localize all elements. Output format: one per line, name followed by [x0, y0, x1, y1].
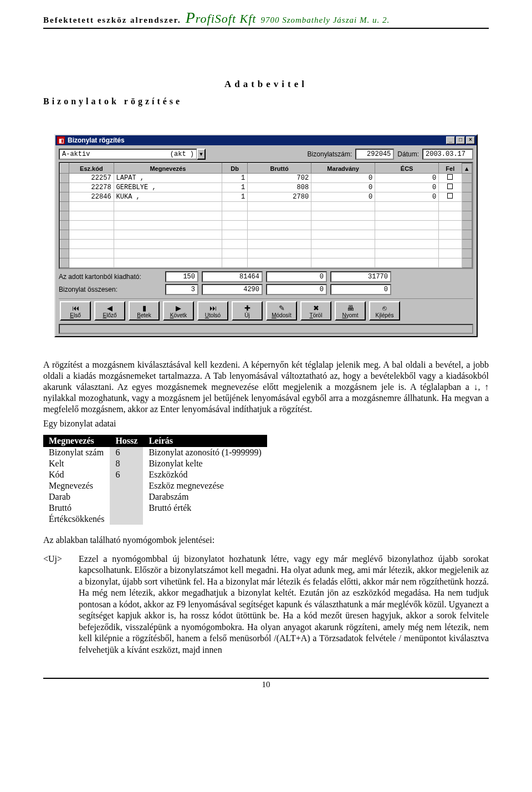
cell-db[interactable]: [222, 230, 248, 240]
toolbar-előző-button[interactable]: ◀Előző: [94, 301, 125, 321]
cell-fel[interactable]: [439, 249, 462, 258]
cell-ecs[interactable]: 0: [375, 174, 439, 183]
cell-eszkod[interactable]: [69, 230, 114, 240]
row-handle[interactable]: [60, 183, 69, 192]
table-row[interactable]: [60, 221, 472, 230]
table-row[interactable]: [60, 249, 472, 258]
row-handle[interactable]: [60, 240, 69, 249]
cell-db[interactable]: [222, 240, 248, 249]
data-grid[interactable]: Esz.kód Megnevezés Db Bruttó Maradvány É…: [59, 162, 473, 269]
toolbar-követk-button[interactable]: ▶Követk: [163, 301, 194, 321]
cell-megnevezes[interactable]: [114, 221, 222, 230]
minimize-button[interactable]: _: [446, 136, 455, 144]
cell-eszkod[interactable]: [69, 211, 114, 221]
bizonylatszam-field[interactable]: 292045: [355, 149, 394, 160]
cell-eszkod[interactable]: [69, 240, 114, 249]
cell-megnevezes[interactable]: [114, 202, 222, 211]
cell-ecs[interactable]: [375, 211, 439, 221]
col-ecs[interactable]: ÉCS: [375, 164, 439, 174]
cell-maradvany[interactable]: [311, 249, 375, 258]
cell-megnevezes[interactable]: [114, 211, 222, 221]
cell-eszkod[interactable]: [69, 202, 114, 211]
mozgasnem-combo[interactable]: A-aktiv (akt ) ▼: [59, 149, 206, 160]
scrollbar-track[interactable]: [462, 211, 472, 221]
col-fel[interactable]: Fel: [439, 164, 462, 174]
scrollbar-track[interactable]: [462, 249, 472, 258]
cell-brutto[interactable]: [248, 202, 311, 211]
row-handle[interactable]: [60, 192, 69, 202]
table-row[interactable]: 22257LAPAT ,170200: [60, 174, 472, 183]
cell-ecs[interactable]: 0: [375, 192, 439, 202]
scrollbar-track[interactable]: [462, 183, 472, 192]
cell-brutto[interactable]: [248, 211, 311, 221]
scrollbar-track[interactable]: [462, 202, 472, 211]
cell-db[interactable]: [222, 202, 248, 211]
row-handle[interactable]: [60, 174, 69, 183]
cell-brutto[interactable]: [248, 221, 311, 230]
cell-maradvany[interactable]: [311, 240, 375, 249]
scrollbar-track[interactable]: [462, 258, 472, 268]
cell-megnevezes[interactable]: [114, 230, 222, 240]
cell-ecs[interactable]: [375, 240, 439, 249]
toolbar-első-button[interactable]: ⏮Első: [60, 301, 91, 321]
cell-db[interactable]: [222, 249, 248, 258]
cell-ecs[interactable]: 0: [375, 183, 439, 192]
scrollbar-track[interactable]: [462, 192, 472, 202]
row-handle[interactable]: [60, 230, 69, 240]
cell-megnevezes[interactable]: GEREBLYE ,: [114, 183, 222, 192]
col-brutto[interactable]: Bruttó: [248, 164, 311, 174]
table-row[interactable]: 22846KUKA ,1278000: [60, 192, 472, 202]
col-megnevezes[interactable]: Megnevezés: [114, 164, 222, 174]
close-button[interactable]: ×: [466, 136, 475, 144]
table-row[interactable]: [60, 202, 472, 211]
cell-brutto[interactable]: 702: [248, 174, 311, 183]
cell-megnevezes[interactable]: KUKA ,: [114, 192, 222, 202]
cell-fel[interactable]: [439, 211, 462, 221]
cell-db[interactable]: [222, 211, 248, 221]
cell-maradvany[interactable]: [311, 230, 375, 240]
table-row[interactable]: [60, 240, 472, 249]
cell-megnevezes[interactable]: [114, 249, 222, 258]
cell-fel[interactable]: [439, 240, 462, 249]
col-maradvany[interactable]: Maradvány: [311, 164, 375, 174]
cell-maradvany[interactable]: 0: [311, 183, 375, 192]
cell-maradvany[interactable]: [311, 258, 375, 268]
cell-db[interactable]: 1: [222, 174, 248, 183]
cell-ecs[interactable]: [375, 230, 439, 240]
row-handle[interactable]: [60, 258, 69, 268]
cell-brutto[interactable]: 808: [248, 183, 311, 192]
toolbar-töröl-button[interactable]: ✖Töröl: [300, 301, 331, 321]
scrollbar-track[interactable]: [462, 240, 472, 249]
cell-eszkod[interactable]: 22278: [69, 183, 114, 192]
table-row[interactable]: [60, 230, 472, 240]
cell-brutto[interactable]: [248, 240, 311, 249]
row-handle[interactable]: [60, 202, 69, 211]
toolbar-utolsó-button[interactable]: ⏭Utolsó: [197, 301, 228, 321]
cell-eszkod[interactable]: [69, 249, 114, 258]
cell-db[interactable]: 1: [222, 192, 248, 202]
cell-fel[interactable]: [439, 174, 462, 183]
cell-megnevezes[interactable]: [114, 258, 222, 268]
col-eszkod[interactable]: Esz.kód: [69, 164, 114, 174]
cell-ecs[interactable]: [375, 258, 439, 268]
cell-fel[interactable]: [439, 221, 462, 230]
cell-fel[interactable]: [439, 192, 462, 202]
cell-maradvany[interactable]: [311, 221, 375, 230]
cell-ecs[interactable]: [375, 249, 439, 258]
cell-maradvany[interactable]: [311, 211, 375, 221]
cell-brutto[interactable]: [248, 258, 311, 268]
cell-fel[interactable]: [439, 183, 462, 192]
cell-fel[interactable]: [439, 230, 462, 240]
maximize-button[interactable]: □: [456, 136, 465, 144]
row-handle[interactable]: [60, 211, 69, 221]
col-db[interactable]: Db: [222, 164, 248, 174]
cell-brutto[interactable]: 2780: [248, 192, 311, 202]
scrollbar-track[interactable]: [462, 221, 472, 230]
cell-ecs[interactable]: [375, 202, 439, 211]
cell-ecs[interactable]: [375, 221, 439, 230]
cell-megnevezes[interactable]: LAPAT ,: [114, 174, 222, 183]
scrollbar-track[interactable]: [462, 230, 472, 240]
cell-fel[interactable]: [439, 202, 462, 211]
toolbar-nyomt-button[interactable]: 🖶Nyomt: [335, 301, 366, 321]
row-handle[interactable]: [60, 249, 69, 258]
